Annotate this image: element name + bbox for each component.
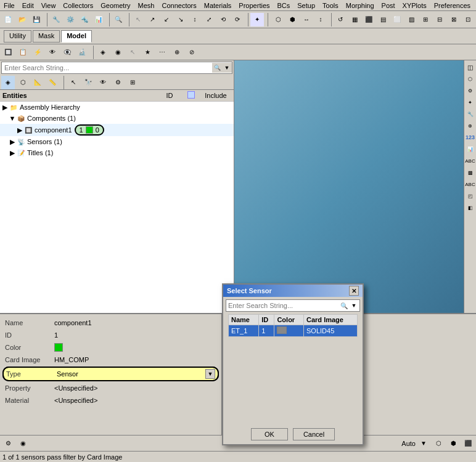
dialog-title-text: Select Sensor [227, 287, 272, 294]
col-color-header: Color [274, 315, 304, 325]
col-card-image-header: Card Image [304, 315, 358, 325]
dialog-search-btn[interactable]: 🔍 [339, 301, 349, 310]
dialog-cancel-btn[interactable]: Cancel [293, 428, 335, 440]
dialog-search-bar: 🔍 ▼ [226, 299, 360, 312]
dialog-ok-btn[interactable]: OK [251, 428, 288, 440]
dialog-titlebar: Select Sensor ✕ [223, 285, 363, 297]
row1-color [274, 325, 304, 337]
col-id-header: ID [259, 315, 274, 325]
dialog-table: Name ID Color Card Image ET_1 1 SOLID45 [228, 314, 358, 337]
select-sensor-dialog: Select Sensor ✕ 🔍 ▼ Name ID Color Card I… [222, 283, 364, 445]
row1-name: ET_1 [229, 325, 259, 337]
dialog-table-row-1[interactable]: ET_1 1 SOLID45 [229, 325, 358, 337]
col-name-header: Name [229, 315, 259, 325]
dialog-overlay: Select Sensor ✕ 🔍 ▼ Name ID Color Card I… [0, 0, 476, 462]
dialog-spacer [223, 338, 363, 424]
row1-card-image: SOLID45 [304, 325, 358, 337]
dialog-search-options[interactable]: ▼ [349, 301, 359, 310]
dialog-search-input[interactable] [227, 302, 339, 309]
dialog-close-btn[interactable]: ✕ [349, 286, 359, 296]
row1-id: 1 [259, 325, 274, 337]
dialog-footer: OK Cancel [223, 424, 363, 444]
dialog-table-container: Name ID Color Card Image ET_1 1 SOLID45 [226, 314, 360, 337]
row1-color-swatch [277, 326, 287, 334]
